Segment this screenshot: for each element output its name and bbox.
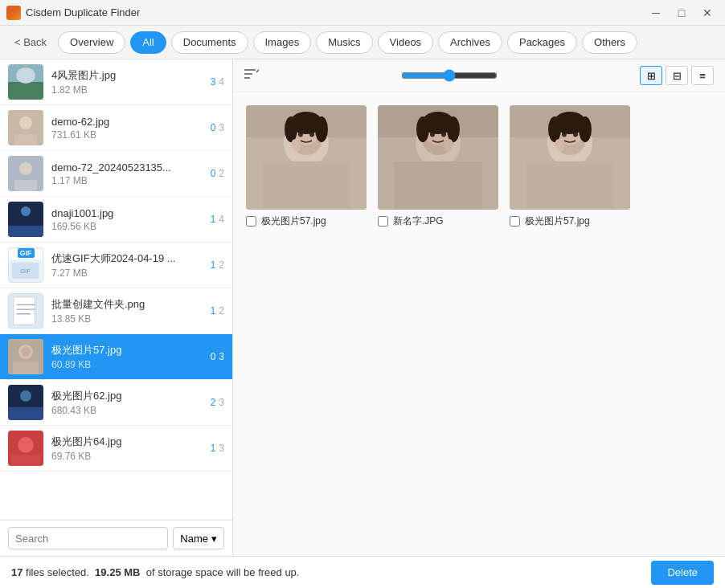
- file-name: 极光图片62.jpg: [51, 389, 206, 403]
- thumb-checkbox: 极光图片57.jpg: [510, 214, 630, 228]
- svg-rect-10: [8, 226, 43, 237]
- badge-total: 2: [219, 168, 224, 179]
- sort-icon-button[interactable]: [244, 68, 259, 83]
- badge-selected: 1: [211, 305, 216, 316]
- svg-point-4: [19, 116, 32, 129]
- badge-total: 3: [219, 122, 224, 133]
- chevron-down-icon: ▾: [211, 533, 217, 545]
- thumbnail-grid: 极光图片57.jpg: [233, 92, 725, 556]
- badge-selected: 1: [211, 259, 216, 271]
- back-button[interactable]: < Back: [8, 33, 53, 51]
- file-thumbnail: [8, 293, 43, 329]
- badge-selected: 0: [211, 122, 216, 133]
- sort-dropdown[interactable]: Name ▾: [173, 527, 224, 549]
- app-icon: [6, 6, 21, 20]
- tab-all[interactable]: All: [130, 31, 166, 54]
- list-item[interactable]: 极光图片62.jpg 680.43 KB 2 3: [0, 380, 232, 426]
- file-size: 731.61 KB: [51, 129, 206, 141]
- svg-point-43: [315, 116, 328, 142]
- delete-button[interactable]: Delete: [651, 561, 714, 585]
- file-size: 13.85 KB: [51, 313, 206, 325]
- svg-rect-8: [14, 180, 37, 191]
- list-item[interactable]: demo-72_20240523135... 1.17 MB 0 2: [0, 151, 232, 197]
- svg-rect-1: [8, 82, 43, 100]
- maximize-button[interactable]: □: [670, 5, 693, 21]
- thumb-filename: 极光图片57.jpg: [525, 214, 590, 228]
- badge-total: 3: [219, 351, 224, 362]
- sort-label: Name: [180, 533, 208, 545]
- file-size: 60.89 KB: [51, 359, 206, 370]
- thumb-check[interactable]: [510, 216, 520, 227]
- topnav: < Back Overview All Documents Images Mus…: [0, 26, 725, 59]
- svg-rect-64: [526, 161, 614, 210]
- grid-view-button[interactable]: ⊞: [640, 66, 662, 85]
- gif-label: GIF: [18, 248, 35, 258]
- search-bar: Name ▾: [0, 520, 232, 556]
- thumb-check[interactable]: [246, 216, 256, 227]
- thumb-checkbox: 极光图片57.jpg: [246, 214, 367, 228]
- badge-total: 3: [219, 397, 224, 408]
- file-badges: 3 4: [211, 76, 224, 88]
- files-count: 17: [11, 566, 23, 578]
- app-title: Cisdem Duplicate Finder: [26, 6, 140, 18]
- tab-others[interactable]: Others: [582, 31, 637, 54]
- thumb-filename: 极光图片57.jpg: [261, 214, 326, 228]
- close-button[interactable]: ✕: [696, 5, 719, 21]
- thumb-checkbox: 新名字.JPG: [378, 214, 498, 228]
- thumbnail-item: 新名字.JPG: [378, 105, 498, 228]
- svg-point-42: [285, 116, 297, 142]
- file-info: demo-62.jpg 731.61 KB: [51, 116, 206, 141]
- tab-archives[interactable]: Archives: [438, 31, 502, 54]
- main-layout: 4风景图片.jpg 1.82 MB 3 4 demo-62.jpg 731.61…: [0, 59, 725, 556]
- svg-point-54: [416, 116, 429, 142]
- thumb-check[interactable]: [378, 216, 388, 227]
- list-item[interactable]: demo-62.jpg 731.61 KB 0 3: [0, 105, 232, 151]
- zoom-slider[interactable]: [401, 69, 498, 82]
- file-info: 极光图片62.jpg 680.43 KB: [51, 389, 206, 416]
- tab-overview[interactable]: Overview: [58, 31, 125, 54]
- file-name: 批量创建文件夹.png: [51, 297, 206, 312]
- file-list: 4风景图片.jpg 1.82 MB 3 4 demo-62.jpg 731.61…: [0, 59, 232, 520]
- tab-musics[interactable]: Musics: [316, 31, 372, 54]
- tab-videos[interactable]: Videos: [378, 31, 434, 54]
- tab-packages[interactable]: Packages: [507, 31, 577, 54]
- svg-rect-40: [262, 161, 350, 210]
- list-item[interactable]: 批量创建文件夹.png 13.85 KB 1 2: [0, 288, 232, 334]
- tab-documents[interactable]: Documents: [171, 31, 248, 54]
- svg-rect-23: [13, 361, 39, 374]
- badge-total: 2: [219, 259, 224, 271]
- file-size: 69.76 KB: [51, 451, 206, 462]
- file-info: 优速GIF大师2024-04-19 ... 7.27 MB: [51, 251, 206, 279]
- svg-rect-29: [11, 455, 40, 466]
- file-thumbnail: [8, 385, 43, 420]
- file-name: 优速GIF大师2024-04-19 ...: [51, 251, 206, 266]
- search-input[interactable]: [8, 527, 168, 549]
- list-item[interactable]: 极光图片57.jpg 60.89 KB 0 3: [0, 334, 232, 380]
- badge-total: 4: [219, 76, 224, 88]
- file-size: 1.82 MB: [51, 84, 206, 96]
- file-badges: 2 3: [211, 397, 224, 408]
- bottom-bar: 17 files selected. 19.25 MB of storage s…: [0, 556, 725, 588]
- file-size: 1.17 MB: [51, 175, 206, 186]
- status-text: 17 files selected. 19.25 MB of storage s…: [11, 566, 299, 578]
- list-item[interactable]: GIF GIF 优速GIF大师2024-04-19 ... 7.27 MB 1 …: [0, 243, 232, 288]
- svg-rect-25: [8, 407, 43, 420]
- minimize-button[interactable]: ─: [645, 5, 667, 21]
- thumbnail-item: 极光图片57.jpg: [510, 105, 630, 228]
- list-item[interactable]: 极光图片64.jpg 69.76 KB 1 3: [0, 426, 232, 472]
- file-thumbnail: [8, 156, 43, 191]
- svg-point-22: [21, 347, 31, 357]
- list-view-button[interactable]: ≡: [691, 66, 714, 85]
- tab-images[interactable]: Images: [253, 31, 312, 54]
- badge-selected: 2: [211, 397, 216, 408]
- svg-point-66: [548, 116, 561, 142]
- list-item[interactable]: dnaji1001.jpg 169.56 KB 1 4: [0, 197, 232, 243]
- thumbnail-image: [510, 105, 630, 210]
- file-name: dnaji1001.jpg: [51, 207, 206, 219]
- file-name: demo-62.jpg: [51, 116, 206, 128]
- svg-point-28: [18, 437, 34, 453]
- storage-size: 19.25 MB: [95, 566, 140, 578]
- list-item[interactable]: 4风景图片.jpg 1.82 MB 3 4: [0, 59, 232, 105]
- right-toolbar: ⊞ ⊟ ≡: [233, 59, 725, 92]
- medium-grid-view-button[interactable]: ⊟: [666, 66, 688, 85]
